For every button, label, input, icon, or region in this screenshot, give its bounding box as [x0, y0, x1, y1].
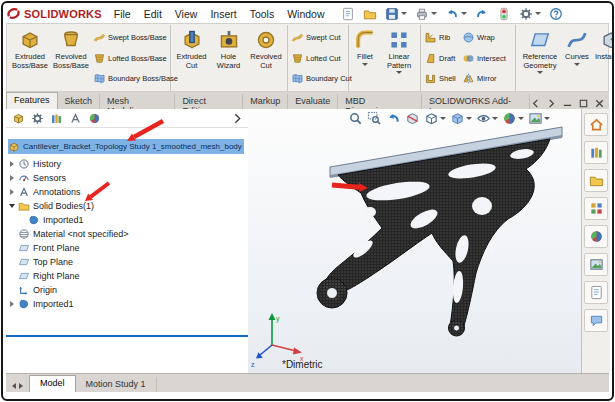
previous-view-icon[interactable]: [386, 111, 401, 126]
tree-item-material[interactable]: Material <not specified>: [8, 227, 244, 241]
save-icon[interactable]: [385, 7, 407, 21]
menu-file[interactable]: File: [114, 8, 131, 20]
print-dropdown-icon[interactable]: [431, 12, 437, 15]
tab-direct-editing[interactable]: Direct Editing: [175, 94, 243, 109]
curves-button[interactable]: Curves: [563, 26, 591, 90]
panel-splitter[interactable]: [6, 335, 248, 337]
instant3d-button[interactable]: Instant3D: [592, 26, 614, 90]
tab-sketch[interactable]: Sketch: [58, 94, 101, 109]
lofted-boss-base-button[interactable]: Lofted Boss/Base: [92, 50, 168, 67]
tree-item-history[interactable]: History: [8, 157, 244, 171]
open-icon[interactable]: [363, 7, 377, 21]
fillet-dropdown-icon[interactable]: [362, 63, 368, 66]
menu-window[interactable]: Window: [287, 8, 324, 20]
new-document-icon[interactable]: [341, 7, 355, 21]
rib-button[interactable]: Rib: [423, 29, 460, 46]
shell-button[interactable]: Shell: [423, 70, 460, 87]
file-explorer-icon[interactable]: [584, 169, 608, 192]
close-icon[interactable]: [594, 98, 605, 109]
tree-item-front-plane[interactable]: Front Plane: [8, 241, 244, 255]
redo-icon[interactable]: [475, 7, 489, 21]
curves-dropdown-icon[interactable]: [574, 63, 580, 66]
tab-mesh-modeling[interactable]: Mesh Modeling: [100, 94, 175, 109]
expand-arrow-icon[interactable]: [10, 301, 14, 307]
tab-model[interactable]: Model: [29, 375, 76, 392]
scenes-icon[interactable]: [584, 253, 608, 276]
minimize-icon[interactable]: [562, 98, 573, 109]
tree-item-imported1-body[interactable]: Imported1: [8, 213, 244, 227]
tab-markup[interactable]: Markup: [243, 94, 288, 109]
tab-features[interactable]: Features: [6, 92, 58, 109]
lofted-cut-button[interactable]: Lofted Cut: [290, 50, 346, 67]
property-manager-tab-icon[interactable]: [31, 112, 44, 125]
restore-icon[interactable]: [578, 98, 589, 109]
tab-motion-study-1[interactable]: Motion Study 1: [76, 377, 157, 392]
options-icon[interactable]: [519, 7, 541, 21]
forum-icon[interactable]: [584, 309, 608, 332]
display-style-dropdown-icon[interactable]: [466, 117, 472, 120]
reference-geometry-dropdown-icon[interactable]: [537, 71, 543, 74]
feature-manager-tab-icon[interactable]: [12, 112, 25, 125]
menu-view[interactable]: View: [175, 8, 198, 20]
expand-arrow-icon[interactable]: [10, 161, 14, 167]
section-view-icon[interactable]: [405, 111, 420, 126]
intersect-button[interactable]: Intersect: [461, 50, 513, 67]
custom-properties-icon[interactable]: [584, 281, 608, 304]
expand-arrow-icon[interactable]: [10, 189, 14, 195]
hide-show-items-icon[interactable]: [476, 111, 498, 126]
scene-dropdown-icon[interactable]: [544, 117, 550, 120]
boundary-boss-base-button[interactable]: Boundary Boss/Base: [92, 70, 168, 87]
save-dropdown-icon[interactable]: [401, 12, 407, 15]
configuration-manager-tab-icon[interactable]: [50, 112, 63, 125]
hole-wizard-button[interactable]: Hole Wizard: [211, 26, 246, 90]
home-icon[interactable]: [584, 113, 608, 136]
options-dropdown-icon[interactable]: [535, 12, 541, 15]
display-manager-tab-icon[interactable]: [88, 112, 101, 125]
boundary-cut-button[interactable]: Boundary Cut: [290, 70, 346, 87]
tree-item-imported1[interactable]: Imported1: [8, 297, 244, 311]
hide-show-dropdown-icon[interactable]: [492, 117, 498, 120]
scroll-right-icon[interactable]: [19, 383, 23, 389]
tree-item-solid-bodies[interactable]: Solid Bodies(1): [8, 199, 244, 213]
revolved-boss-base-button[interactable]: Revolved Boss/Base: [51, 26, 91, 90]
tree-item-annotations[interactable]: Annotations: [8, 185, 244, 199]
swept-boss-base-button[interactable]: Swept Boss/Base: [92, 29, 168, 46]
edit-appearance-icon[interactable]: [502, 111, 524, 126]
help-icon[interactable]: [549, 7, 563, 21]
tree-item-top-plane[interactable]: Top Plane: [8, 255, 244, 269]
zoom-fit-icon[interactable]: [348, 111, 363, 126]
view-palette-icon[interactable]: [584, 197, 608, 220]
tree-root-item[interactable]: Cantilever_Bracket_Topology Study 1_smoo…: [8, 139, 244, 154]
menu-edit[interactable]: Edit: [144, 8, 162, 20]
display-style-icon[interactable]: [450, 111, 472, 126]
undo-dropdown-icon[interactable]: [461, 12, 467, 15]
rebuild-icon[interactable]: [497, 7, 511, 21]
draft-button[interactable]: Draft: [423, 50, 460, 67]
linear-pattern-button[interactable]: Linear Pattern: [380, 26, 418, 90]
print-icon[interactable]: [415, 7, 437, 21]
menu-tools[interactable]: Tools: [250, 8, 275, 20]
menu-insert[interactable]: Insert: [210, 8, 236, 20]
swept-cut-button[interactable]: Swept Cut: [290, 29, 346, 46]
tree-item-sensors[interactable]: Sensors: [8, 171, 244, 185]
scroll-tabs-left-icon[interactable]: [530, 98, 541, 109]
view-orientation-icon[interactable]: [424, 111, 446, 126]
linear-pattern-dropdown-icon[interactable]: [396, 71, 402, 74]
tab-evaluate[interactable]: Evaluate: [288, 94, 338, 109]
appearance-dropdown-icon[interactable]: [518, 117, 524, 120]
collapse-arrow-icon[interactable]: [9, 204, 15, 208]
scroll-left-icon[interactable]: [12, 383, 16, 389]
expand-arrow-icon[interactable]: [10, 175, 14, 181]
revolved-cut-button[interactable]: Revolved Cut: [247, 26, 285, 90]
tab-solidworks-add-ins[interactable]: SOLIDWORKS Add-Ins: [422, 94, 530, 109]
extruded-cut-button[interactable]: Extruded Cut: [173, 26, 210, 90]
reference-geometry-button[interactable]: Reference Geometry: [518, 26, 562, 90]
graphics-area[interactable]: y x z *Dimetric: [248, 109, 581, 373]
undo-icon[interactable]: [445, 7, 467, 21]
mirror-button[interactable]: Mirror: [461, 70, 513, 87]
zoom-area-icon[interactable]: [367, 111, 382, 126]
panel-expand-chevron-icon[interactable]: [231, 112, 248, 125]
view-orientation-dropdown-icon[interactable]: [440, 117, 446, 120]
design-library-icon[interactable]: [584, 141, 608, 164]
wrap-button[interactable]: Wrap: [461, 29, 513, 46]
